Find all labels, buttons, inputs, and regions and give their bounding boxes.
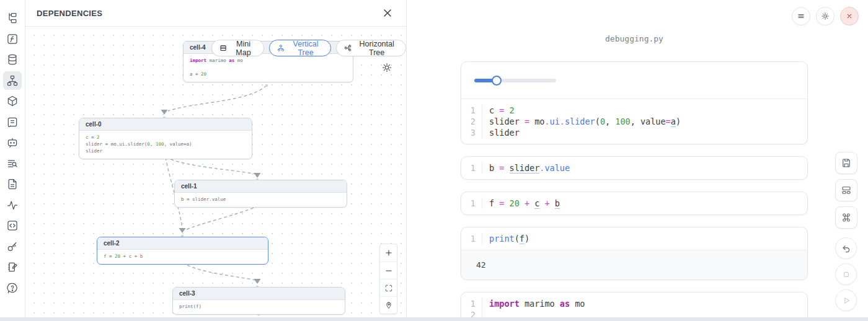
code-token: slider [565, 117, 595, 126]
code-token: c [489, 105, 499, 115]
graph-node-code: print(f) [173, 300, 345, 314]
code-text: c = 2 [482, 105, 515, 116]
scratchpad-icon[interactable] [3, 113, 22, 131]
logs-search-icon[interactable] [3, 154, 22, 173]
notebook-cell-cell-4[interactable]: 1import marimo as mo2 [461, 292, 808, 321]
cell-editor[interactable]: 1print(f) [461, 227, 807, 250]
notebook-filename[interactable]: debugging.py [461, 34, 808, 43]
graph-node-title: cell-0 [79, 118, 252, 131]
run-button[interactable] [835, 289, 857, 311]
packages-icon[interactable] [3, 92, 22, 110]
function-explorer-icon[interactable] [3, 30, 22, 48]
center-view-button[interactable] [380, 296, 397, 314]
code-token: , [605, 117, 615, 126]
notebook-cell-cell-2[interactable]: 1f = 20 + c + b [461, 191, 808, 215]
code-token: print [489, 234, 515, 244]
code-token: as [229, 58, 237, 63]
code-token: ui [550, 117, 560, 126]
code-token: value [544, 163, 570, 173]
code-token: 100 [615, 117, 630, 126]
dependencies-title: DEPENDENCIES [37, 9, 102, 18]
shutdown-button[interactable] [840, 7, 859, 25]
file-tree-icon[interactable] [3, 9, 22, 27]
graph-node-cell-3[interactable]: cell-3print(f) [172, 287, 345, 315]
cell-editor[interactable]: 1f = 20 + c + b [461, 192, 807, 214]
code-token: slider [86, 148, 102, 154]
dependency-graph-canvas[interactable]: cell-4import marimo as mo a = 20cell-0c … [25, 27, 406, 317]
vertical-tree-button[interactable]: Vertical Tree [269, 40, 331, 56]
chat-bot-icon[interactable] [3, 133, 22, 152]
code-line: 2slider = mo.ui.slider(0, 100, value=a) [461, 116, 807, 127]
graph-node-cell-0[interactable]: cell-0c = 2slider = mo.ui.slider(0, 100,… [79, 118, 252, 159]
code-token: marimo [210, 58, 229, 63]
horizontal-tree-label: Horizontal Tree [355, 40, 398, 57]
code-token: slider [510, 163, 540, 174]
zoom-out-button[interactable] [380, 262, 397, 279]
notebook-cell-cell-3[interactable]: 1print(f)42 [461, 227, 808, 280]
code-token: slider [489, 117, 525, 126]
code-line: 1c = 2 [461, 105, 807, 116]
bottom-scrollbar[interactable] [0, 317, 868, 321]
mini-map-icon [219, 43, 227, 53]
graph-node-code: import marimo as mo a = 20 [184, 54, 353, 82]
fit-view-button[interactable] [380, 279, 397, 296]
keyboard-shortcuts-button[interactable] [835, 206, 857, 229]
code-line: import marimo as mo [190, 57, 347, 64]
code-token: + [539, 198, 554, 208]
vertical-tree-label: Vertical Tree [288, 40, 323, 57]
save-button[interactable] [835, 152, 857, 174]
graph-settings-button[interactable] [380, 61, 394, 75]
cell-editor[interactable]: 1c = 22slider = mo.ui.slider(0, 100, val… [461, 99, 807, 144]
vertical-tree-icon [277, 43, 285, 53]
notebook-cells: 1c = 22slider = mo.ui.slider(0, 100, val… [461, 61, 808, 321]
menu-button[interactable] [792, 7, 810, 25]
graph-node-cell-1[interactable]: cell-1b = slider.value [174, 180, 347, 208]
layout-button[interactable] [835, 179, 857, 201]
gear-icon [381, 61, 393, 74]
documentation-icon[interactable] [3, 175, 22, 193]
stop-button[interactable] [835, 263, 857, 285]
edge-cell-1-to-cell-2 [185, 206, 259, 230]
graph-node-code: b = slider.value [175, 193, 347, 207]
code-line: slider [86, 147, 246, 154]
code-token: a [671, 117, 676, 127]
code-token: 100 [156, 141, 164, 147]
edge-cell-4-to-cell-0 [168, 86, 267, 111]
code-line: 1print(f) [461, 233, 807, 244]
horizontal-tree-button[interactable]: Horizontal Tree [336, 40, 406, 56]
dependencies-icon[interactable] [3, 71, 22, 90]
code-token: = [499, 105, 509, 115]
slider-track[interactable] [474, 79, 556, 82]
slider-thumb[interactable] [492, 76, 502, 86]
mini-map-button[interactable]: Mini Map [211, 40, 264, 56]
datasources-icon[interactable] [3, 50, 22, 69]
graph-view-toolbar: Mini Map Vertical Tree Horizontal Tree [211, 40, 406, 56]
snippets-icon[interactable] [3, 216, 22, 235]
undo-button[interactable] [835, 237, 857, 259]
code-token: b [489, 163, 499, 173]
notebook-edit-icon[interactable] [3, 258, 22, 276]
graph-node-cell-2[interactable]: cell-2f = 20 + c + b [97, 237, 268, 265]
close-panel-button[interactable] [380, 6, 395, 20]
code-token: b [555, 198, 560, 209]
cell-editor[interactable]: 1b = slider.value [461, 157, 807, 179]
code-token: = [499, 163, 509, 173]
code-token: . [544, 117, 549, 126]
code-token: b = slider.value [181, 196, 226, 202]
graph-node-title: cell-1 [175, 180, 347, 193]
secrets-icon[interactable] [3, 237, 22, 256]
tracing-icon[interactable] [3, 196, 22, 214]
code-token: 2 [97, 134, 100, 140]
app-window: DEPENDENCIES cell-4import marimo as mo a… [0, 0, 868, 321]
code-token: = [666, 117, 671, 126]
graph-node-code: c = 2slider = mo.ui.slider(0, 100, value… [79, 131, 252, 159]
zoom-in-button[interactable] [380, 244, 397, 262]
code-text: f = 20 + c + b [482, 198, 560, 209]
help-icon[interactable] [3, 279, 22, 297]
edge-arrowhead [254, 279, 261, 284]
notebook-cell-cell-1[interactable]: 1b = slider.value [461, 156, 808, 180]
settings-button[interactable] [816, 7, 835, 25]
edge-arrowhead [179, 228, 186, 233]
notebook-cell-cell-0[interactable]: 1c = 22slider = mo.ui.slider(0, 100, val… [461, 61, 808, 144]
code-text: b = slider.value [482, 162, 570, 174]
